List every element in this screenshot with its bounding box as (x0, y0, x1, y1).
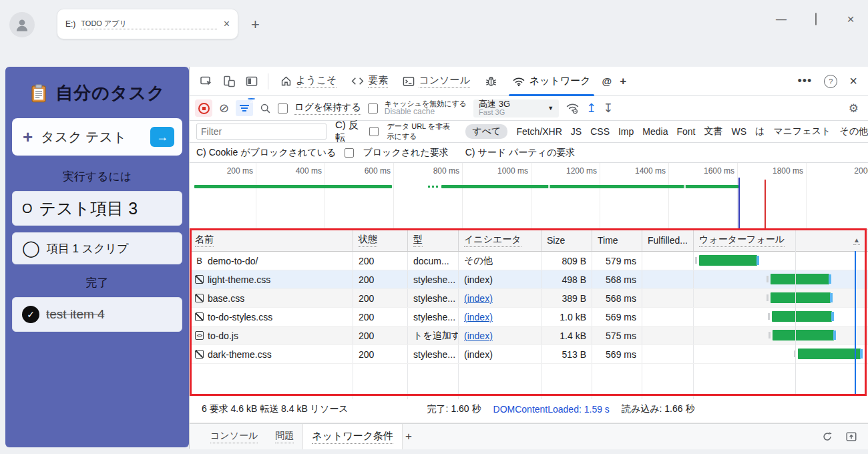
table-row[interactable]: to-do-styles.css 200 styleshe... (index)… (190, 308, 868, 326)
new-task-text[interactable]: タスク テスト (41, 128, 150, 146)
column-header[interactable]: 名前 (190, 230, 353, 251)
network-conditions-icon[interactable] (566, 102, 580, 114)
done-item-label: test item 4 (46, 307, 105, 322)
record-icon (198, 103, 210, 114)
profile-avatar[interactable] (9, 12, 35, 37)
tab-debugger[interactable] (479, 67, 503, 96)
help-icon[interactable]: ? (824, 75, 837, 88)
browser-tab[interactable]: E:) TODO アプリ × (57, 9, 238, 39)
request-status: 200 (353, 270, 408, 288)
done-checkbox[interactable]: ✓ (22, 306, 39, 323)
drawer-tab-console[interactable]: コンソール (202, 424, 266, 449)
tab-close-icon[interactable]: × (224, 18, 230, 30)
filter-pill[interactable]: マニフェスト (773, 126, 831, 138)
minimize-button[interactable]: — (764, 13, 799, 25)
devtools-more-icon[interactable]: ••• (797, 74, 812, 88)
throttling-value: 高速 3G (479, 99, 544, 109)
invert-filter-label[interactable]: C) 反転 (335, 119, 361, 144)
new-task-input[interactable]: + タスク テスト → (12, 118, 182, 156)
done-item[interactable]: ✓ test item 4 (12, 297, 182, 332)
todo-checkbox[interactable]: O (22, 201, 33, 216)
drawer-tab-network-conditions[interactable]: ネットワーク条件 (302, 424, 403, 449)
column-header[interactable]: イニシエータ (459, 230, 541, 251)
todo-header: 自分のタスク (5, 81, 189, 105)
wifi-icon (512, 76, 525, 87)
activity-at-icon[interactable]: @ (600, 75, 615, 87)
bug-icon (485, 75, 497, 87)
filter-pill[interactable]: 文書 (704, 126, 722, 138)
filter-pill[interactable]: Imp (618, 126, 634, 137)
filter-pill[interactable]: Fetch/XHR (516, 126, 562, 137)
todo-checkbox[interactable]: ◯ (22, 239, 40, 258)
request-initiator[interactable]: (index) (459, 345, 541, 363)
table-row[interactable]: dark-theme.css 200 styleshe... (index) 5… (190, 345, 868, 364)
request-initiator[interactable]: (index) (459, 308, 541, 326)
todo-item[interactable]: ◯ 項目 1 スクリプ (12, 232, 182, 264)
column-header[interactable]: 状態 (353, 230, 408, 251)
column-header[interactable]: Time (592, 230, 642, 251)
devtools-close-icon[interactable]: × (849, 73, 857, 89)
rotate-icon[interactable] (821, 431, 833, 443)
third-party-label[interactable]: C) サード パーティの要求 (465, 147, 576, 159)
request-initiator[interactable]: その他 (459, 252, 541, 270)
record-button[interactable] (195, 99, 212, 117)
column-header[interactable]: Fulfilled... (642, 230, 694, 251)
tab-network[interactable]: ネットワーク (506, 67, 597, 96)
drawer-tab-issues[interactable]: 問題 (266, 424, 302, 449)
request-initiator[interactable]: (index) (459, 326, 541, 345)
filter-pill[interactable]: その他 (839, 126, 868, 138)
tab-elements[interactable]: 要素 (345, 67, 394, 96)
tab-welcome[interactable]: ようこそ (274, 67, 343, 96)
filter-pill[interactable]: Media (642, 126, 668, 137)
add-task-button[interactable]: → (150, 127, 174, 147)
table-row[interactable]: light-theme.css 200 styleshe... (index) … (190, 270, 868, 289)
column-header[interactable]: ウォーターフォール▲ (694, 230, 865, 251)
table-row[interactable]: <>to-do.js 200 トを追加する (index) 1.4 kB 575… (190, 326, 868, 345)
request-size: 1.0 kB (541, 308, 592, 326)
filter-pill[interactable]: JS (571, 126, 582, 137)
expand-drawer-icon[interactable] (845, 431, 857, 443)
network-settings-gear-icon[interactable]: ⚙ (849, 101, 859, 116)
hide-data-urls-checkbox[interactable] (369, 127, 379, 136)
inspect-element-button[interactable] (196, 71, 216, 91)
filter-toggle-button[interactable]: × (236, 100, 253, 116)
device-emulation-button[interactable] (219, 71, 239, 91)
timeline-tick-label: 2000 (816, 166, 868, 176)
export-har-icon[interactable]: ↧ (603, 101, 613, 116)
blocked-cookies-label[interactable]: C) Cookie がブロックされている (196, 147, 336, 159)
request-initiator[interactable]: (index) (459, 270, 541, 288)
table-row[interactable]: base.css 200 styleshe... (index) 389 B 5… (190, 289, 868, 308)
window-close-button[interactable]: × (833, 12, 868, 27)
column-header[interactable]: 型 (408, 230, 459, 251)
maximize-button[interactable] (799, 13, 833, 25)
request-time: 569 ms (592, 345, 642, 363)
blocked-requests-checkbox[interactable] (345, 148, 354, 158)
search-icon[interactable] (260, 103, 271, 114)
stylesheet-file-icon (195, 294, 204, 302)
todo-item[interactable]: O テスト項目 3 (12, 191, 182, 226)
new-tab-button[interactable]: + (251, 16, 260, 33)
table-row[interactable]: Bdemo-to-do/ 200 docum... その他 809 B 579 … (190, 252, 868, 270)
dock-side-button[interactable] (242, 71, 262, 91)
more-tools-button[interactable]: + (617, 75, 629, 88)
home-icon (280, 75, 292, 87)
filter-pill[interactable]: すべて (465, 124, 507, 139)
tab-console[interactable]: コンソール (397, 67, 475, 96)
network-overview-timeline[interactable]: 200 ms400 ms600 ms800 ms1000 ms1200 ms14… (190, 163, 868, 230)
request-initiator[interactable] (459, 364, 541, 399)
drawer-add-tab-button[interactable]: + (405, 430, 412, 443)
disable-cache-checkbox[interactable] (368, 103, 378, 114)
request-size (541, 364, 592, 399)
preserve-log-checkbox[interactable] (278, 103, 288, 114)
column-header[interactable]: Size (541, 230, 592, 251)
clear-button[interactable]: ⊘ (219, 101, 229, 116)
devtools-drawer: コンソール 問題 ネットワーク条件 + (190, 423, 868, 449)
request-initiator[interactable]: (index) (459, 289, 541, 307)
filter-pill[interactable]: は (755, 126, 765, 138)
throttling-dropdown[interactable]: 高速 3G Fast 3G ▼ (473, 99, 559, 118)
filter-pill[interactable]: CSS (590, 126, 610, 137)
filter-pill[interactable]: Font (676, 126, 695, 137)
filter-input[interactable] (196, 124, 327, 140)
filter-pill[interactable]: WS (731, 126, 746, 137)
import-har-icon[interactable]: ↥ (586, 101, 596, 116)
